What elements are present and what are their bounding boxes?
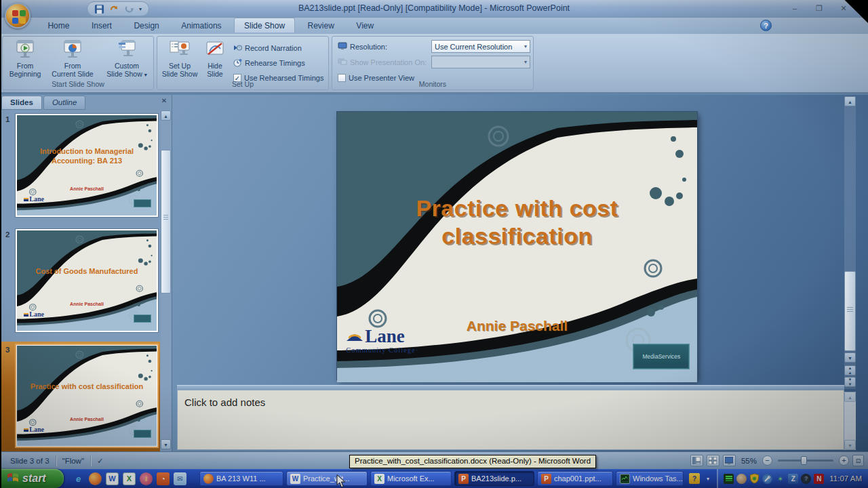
button-label: Current Slide — [52, 70, 93, 78]
slide-thumbnail-row-1[interactable]: 1 Intro — [1, 111, 160, 221]
rehearse-timings-button[interactable]: Rehearse Timings — [233, 57, 305, 69]
help-button[interactable]: ? — [760, 20, 772, 31]
help-question-icon[interactable]: ? — [689, 473, 700, 484]
update-star-icon[interactable]: ✶ — [775, 474, 785, 484]
slide-title[interactable]: Practice with cost classification — [359, 195, 675, 249]
tab-review[interactable]: Review — [298, 18, 344, 33]
start-button[interactable]: start — [0, 469, 64, 488]
scrollbar-thumb[interactable] — [844, 271, 856, 351]
powerpoint-icon[interactable]: ◔ — [157, 472, 170, 485]
fit-to-window-button[interactable]: ⊡ — [852, 455, 864, 466]
taskbar-button-firefox[interactable]: BA 213 W11 ... — [199, 471, 283, 486]
thumbnail-title: Cost of Goods Manufactured — [25, 255, 148, 289]
office-logo-icon — [20, 10, 26, 16]
slide-1-thumbnail[interactable]: Introduction to Managerial Accounting: B… — [15, 113, 159, 218]
notes-pane[interactable]: Click to add notes — [177, 390, 844, 450]
hide-slide-button[interactable]: HideSlide — [201, 39, 229, 81]
tab-design[interactable]: Design — [124, 18, 168, 33]
scroll-up-icon[interactable]: ▲ — [844, 96, 856, 106]
show-presentation-on-dropdown: ▾ — [431, 56, 530, 68]
settings-wrench-icon[interactable] — [762, 474, 772, 484]
scroll-down-icon[interactable]: ▼ — [844, 440, 856, 450]
excel-icon[interactable]: X — [123, 472, 136, 485]
status-question-icon[interactable]: ? — [801, 474, 811, 484]
restore-button[interactable]: ❐ — [812, 3, 826, 14]
spellcheck-icon[interactable]: ✓ — [91, 456, 110, 466]
slide-thumbnail-row-3-selected[interactable]: 3 Pract — [1, 342, 160, 451]
slide-canvas[interactable]: Practice with cost classification Annie … — [337, 112, 697, 380]
tab-outline[interactable]: Outline — [43, 96, 85, 110]
group-label: Monitors — [332, 80, 533, 89]
tab-slides[interactable]: Slides — [1, 96, 42, 110]
task-manager-icon — [620, 474, 630, 484]
close-button[interactable]: ✕ — [837, 3, 850, 14]
tab-slide-show[interactable]: Slide Show — [234, 18, 295, 33]
access-icon[interactable]: ⚷ — [140, 472, 153, 485]
lane-logo: Lane — [24, 426, 44, 433]
zoom-level[interactable]: 55% — [741, 457, 757, 465]
scrollbar-thumb[interactable] — [161, 150, 171, 293]
theme-name: "Flow" — [56, 457, 90, 465]
notes-splitter[interactable] — [177, 385, 844, 390]
from-current-slide-button[interactable]: FromCurrent Slide — [46, 39, 99, 81]
scroll-down-icon[interactable]: ▼ — [844, 352, 856, 363]
network-activity-icon[interactable] — [724, 474, 734, 484]
custom-slide-show-button[interactable]: CustomSlide Show ▾ — [102, 39, 152, 81]
media-services-badge — [134, 430, 151, 438]
norton-icon[interactable]: N — [814, 474, 824, 484]
button-label: From — [64, 62, 81, 70]
messenger-buddy-icon[interactable] — [736, 474, 747, 484]
tab-animations[interactable]: Animations — [172, 18, 231, 33]
taskbar-button-excel[interactable]: X Microsoft Ex... — [370, 471, 452, 486]
office-button[interactable] — [5, 3, 31, 28]
internet-explorer-icon[interactable]: e — [72, 472, 85, 485]
show-presentation-on-icon — [338, 58, 347, 67]
tab-view[interactable]: View — [347, 18, 383, 33]
slide-sorter-view-button[interactable] — [707, 455, 719, 466]
zoom-out-button[interactable]: − — [762, 455, 772, 466]
word-icon[interactable]: W — [106, 472, 119, 485]
from-beginning-button[interactable]: FromBeginning — [4, 39, 46, 81]
taskbar-button-powerpoint-active[interactable]: P BA213slide.p... — [454, 471, 534, 486]
thumbnail-author: Annie Paschall — [17, 417, 157, 422]
notes-scrollbar[interactable]: ▲ ▼ — [844, 392, 856, 450]
scroll-up-icon[interactable]: ▲ — [844, 392, 856, 402]
resolution-dropdown[interactable]: Use Current Resolution ▾ — [431, 40, 530, 53]
previous-slide-button[interactable]: ▲▲ — [844, 365, 856, 375]
taskbar: start e W X ⚷ ◔ ✉ BA 213 W11 ... W Pract… — [0, 469, 868, 488]
taskbar-button-label: chap001.ppt... — [554, 474, 601, 483]
tab-insert[interactable]: Insert — [82, 18, 121, 33]
panel-close-icon[interactable]: ✕ — [159, 97, 169, 104]
toolbar-chevron-icon[interactable]: ▾ — [703, 473, 713, 484]
taskbar-button-word[interactable]: W Practice_wit... — [286, 471, 368, 486]
slide-thumbnail-row-2[interactable]: 2 Cost — [1, 226, 160, 336]
slides-panel: Slides Outline ✕ 1 — [1, 95, 172, 451]
taskbar-clock[interactable]: 11:07 AM — [829, 474, 862, 483]
slide-counter: Slide 3 of 3 — [4, 457, 56, 465]
zoom-in-button[interactable]: + — [839, 455, 849, 466]
resolution-value: Use Current Resolution — [435, 43, 512, 51]
set-up-slide-show-button[interactable]: Set UpSlide Show — [160, 39, 199, 81]
security-shield-icon[interactable] — [749, 474, 760, 484]
resolution-icon — [338, 42, 347, 52]
main-scrollbar[interactable]: ▲ ▼ ▲▲ ▼▼ — [844, 96, 856, 389]
zoom-slider-thumb[interactable] — [801, 456, 807, 465]
normal-view-button[interactable] — [690, 455, 703, 466]
record-narration-button[interactable]: Record Narration — [233, 42, 302, 54]
slide-2-thumbnail[interactable]: Cost of Goods Manufactured Annie Paschal… — [15, 228, 159, 333]
tab-home[interactable]: Home — [38, 18, 79, 33]
minimize-button[interactable]: – — [788, 3, 802, 14]
slides-panel-scrollbar[interactable]: ▲ ▼ — [161, 110, 171, 449]
chevron-down-icon: ▾ — [524, 43, 527, 49]
scroll-down-icon[interactable]: ▼ — [161, 439, 171, 449]
slide-3-thumbnail[interactable]: Practice with cost classification Annie … — [15, 344, 159, 448]
scroll-up-icon[interactable]: ▲ — [161, 110, 171, 121]
slide-show-view-button[interactable] — [723, 455, 736, 466]
zoom-slider[interactable] — [778, 460, 833, 462]
zonealarm-icon[interactable]: Z — [788, 474, 798, 484]
firefox-icon[interactable] — [89, 472, 102, 485]
outlook-express-icon[interactable]: ✉ — [174, 472, 186, 485]
taskbar-button-powerpoint-2[interactable]: P chap001.ppt... — [537, 471, 613, 486]
taskbar-button-task-manager[interactable]: Windows Tas... — [616, 471, 684, 486]
next-slide-button[interactable]: ▼▼ — [844, 377, 856, 387]
